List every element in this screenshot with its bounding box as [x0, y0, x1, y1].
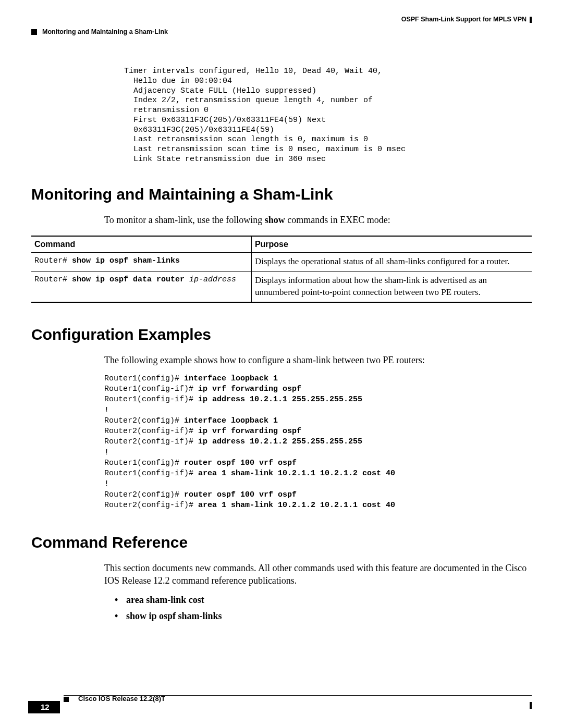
- purpose-cell: Displays information about how the sham-…: [251, 271, 532, 302]
- table-row: Router# show ip ospf sham-links Displays…: [31, 252, 532, 271]
- footer-marker-icon: [64, 697, 69, 702]
- command-table: Command Purpose Router# show ip ospf sha…: [31, 236, 532, 303]
- header-section-title: Monitoring and Maintaining a Sham-Link: [31, 28, 168, 35]
- command-ref-list: area sham-link cost show ip ospf sham-li…: [115, 595, 532, 622]
- table-row: Router# show ip ospf data router ip-addr…: [31, 271, 532, 302]
- purpose-cell: Displays the operational status of all s…: [251, 252, 532, 271]
- cmd-cell: Router# show ip ospf data router ip-addr…: [31, 271, 251, 302]
- header-left-text: Monitoring and Maintaining a Sham-Link: [42, 28, 168, 35]
- config-example-block: Router1(config)# interface loopback 1 Ro…: [104, 374, 532, 511]
- section-heading-command-reference: Command Reference: [31, 534, 532, 551]
- section-heading-monitoring: Monitoring and Maintaining a Sham-Link: [31, 186, 532, 203]
- header-right-text: OSPF Sham-Link Support for MPLS VPN: [401, 16, 527, 23]
- monitoring-intro: To monitor a sham-link, use the followin…: [104, 214, 532, 226]
- table-header-purpose: Purpose: [251, 236, 532, 253]
- cmd-cell: Router# show ip ospf sham-links: [31, 252, 251, 271]
- table-header-command: Command: [31, 236, 251, 253]
- list-item: show ip ospf sham-links: [115, 611, 532, 622]
- header-doc-title: OSPF Sham-Link Support for MPLS VPN: [401, 16, 532, 23]
- section-heading-config-examples: Configuration Examples: [31, 326, 532, 343]
- footer-right-bar-icon: [530, 702, 532, 709]
- output-block: Timer intervals configured, Hello 10, De…: [115, 67, 532, 165]
- running-header: OSPF Sham-Link Support for MPLS VPN Moni…: [31, 16, 532, 35]
- config-intro: The following example shows how to confi…: [104, 354, 532, 366]
- command-ref-intro: This section documents new commands. All…: [104, 562, 532, 587]
- list-item: area sham-link cost: [115, 595, 532, 606]
- footer-page-number: 12: [28, 701, 60, 713]
- footer-release-text: Cisco IOS Release 12.2(8)T: [78, 695, 165, 702]
- page-footer: Cisco IOS Release 12.2(8)T 12: [0, 695, 563, 713]
